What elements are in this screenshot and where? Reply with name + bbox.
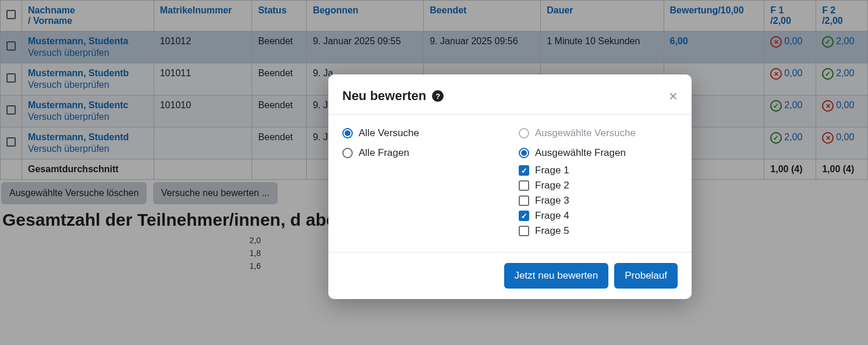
checkbox-icon	[519, 180, 529, 191]
regrade-modal: Neu bewerten ? × Alle Versuche Alle Frag…	[328, 74, 692, 299]
regrade-now-button[interactable]: Jetzt neu bewerten	[504, 263, 609, 289]
close-icon[interactable]: ×	[669, 88, 678, 104]
modal-title: Neu bewerten	[342, 88, 426, 104]
dryrun-button[interactable]: Probelauf	[614, 263, 678, 289]
question-checkbox[interactable]: Frage 4	[519, 210, 678, 222]
radio-icon	[342, 128, 353, 138]
checkbox-icon	[519, 211, 529, 221]
radio-selected-questions[interactable]: Ausgewählte Fragen	[519, 147, 678, 159]
radio-icon	[342, 148, 353, 158]
radio-all-questions[interactable]: Alle Fragen	[342, 147, 501, 159]
question-checkbox[interactable]: Frage 2	[519, 180, 678, 191]
checkbox-icon	[519, 165, 529, 176]
radio-icon	[519, 128, 529, 138]
help-icon[interactable]: ?	[432, 90, 444, 102]
question-checkbox[interactable]: Frage 3	[519, 195, 678, 207]
radio-all-attempts[interactable]: Alle Versuche	[342, 127, 501, 139]
radio-selected-attempts: Ausgewählte Versuche	[519, 127, 678, 139]
question-checkbox[interactable]: Frage 1	[519, 165, 678, 176]
checkbox-icon	[519, 195, 529, 206]
question-checkbox[interactable]: Frage 5	[519, 225, 678, 237]
checkbox-icon	[519, 226, 529, 236]
radio-icon	[519, 148, 529, 158]
